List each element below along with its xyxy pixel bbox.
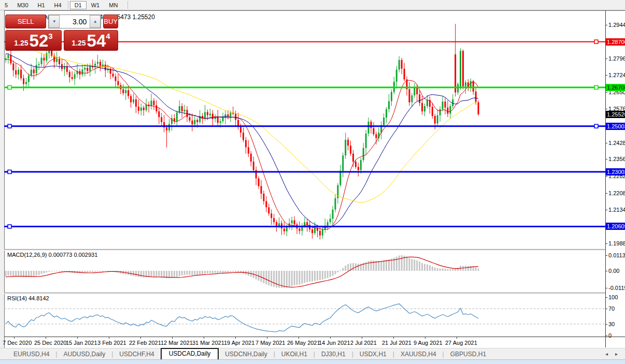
- date-axis-tick: [362, 337, 362, 339]
- chart-tab-usdcad[interactable]: USDCAD,Daily: [161, 348, 219, 360]
- price-axis-label: 1.21340: [608, 207, 625, 213]
- timeframe-button-h4[interactable]: H4: [50, 1, 66, 9]
- horizontal-line-1.267[interactable]: [4, 86, 605, 88]
- date-axis-tick: [14, 337, 15, 339]
- date-axis-tick: [77, 337, 78, 339]
- buy-quote-button[interactable]: 1.25 54 4: [64, 30, 118, 51]
- pane-separator-rsi[interactable]: [4, 293, 605, 294]
- chart-tab-xauusd[interactable]: XAUUSD,H4: [394, 349, 443, 360]
- sell-price-big: 52: [30, 32, 49, 49]
- date-axis-label: 22 Feb 2021: [129, 340, 161, 346]
- date-axis-label: 26 May 2021: [287, 340, 320, 346]
- timeframe-button-mn[interactable]: MN: [104, 1, 122, 9]
- rsi-axis-label: 30: [608, 321, 615, 328]
- chart-tab-dj30[interactable]: DJ30,H1: [315, 349, 352, 360]
- sell-quote-button[interactable]: 1.25 52 3: [5, 30, 62, 51]
- tab-scroll-controls: ◂ ▸: [605, 351, 625, 360]
- rsi-axis-tick: [605, 297, 607, 298]
- date-axis-label: 7 May 2021: [255, 340, 285, 346]
- pane-separator-macd[interactable]: [4, 249, 605, 251]
- date-axis-label: 27 Aug 2021: [445, 340, 477, 346]
- timeframe-button-w1[interactable]: W1: [87, 1, 105, 9]
- macd-axis-tick: [605, 271, 607, 271]
- price-axis-label: 1.27240: [608, 72, 625, 79]
- macd-axis-tick: [605, 255, 607, 256]
- macd-axis-label: 0.00: [608, 268, 619, 274]
- tab-scroll-right-icon[interactable]: ▸: [615, 351, 618, 357]
- rsi-axis-label: 70: [608, 305, 615, 312]
- rsi-axis-label: 100: [608, 294, 618, 301]
- chart-tab-bar: EURUSD,H4|AUDUSD,Daily|USDCHF,H4USDCAD,D…: [0, 348, 625, 360]
- horizontal-line-1.25003[interactable]: [4, 125, 605, 127]
- toolbar-separator: [68, 1, 68, 9]
- price-badge-1.23003: 1.23003: [606, 168, 625, 176]
- line-handle[interactable]: [8, 170, 11, 173]
- chart-tab-usdchf[interactable]: USDCHF,H4: [113, 349, 160, 360]
- price-axis-tick: [605, 176, 607, 177]
- date-axis-label: 31 Mar 2021: [192, 340, 224, 346]
- rsi-axis-tick: [605, 336, 607, 336]
- rsi-axis-label: 0: [608, 332, 612, 339]
- volume-value[interactable]: 3.00: [60, 15, 90, 28]
- macd-histogram: [5, 255, 479, 288]
- volume-decrease-button[interactable]: ▼: [49, 15, 60, 28]
- price-axis-label: 1.29440: [608, 22, 625, 28]
- line-handle[interactable]: [594, 85, 598, 89]
- chart-tab-eurusd[interactable]: EURUSD,H4: [7, 349, 55, 360]
- chart-tab-usdx[interactable]: USDX,H1: [353, 349, 393, 360]
- horizontal-line-1.20609[interactable]: [4, 226, 605, 227]
- chart-tab-gbpusd[interactable]: GBPUSD,H1: [444, 349, 492, 360]
- buy-button[interactable]: BUY: [103, 14, 118, 28]
- price-axis-label: 1.22080: [608, 190, 625, 197]
- volume-increase-button[interactable]: ▲: [90, 15, 101, 28]
- line-handle[interactable]: [594, 124, 598, 128]
- chart-tab-audusd[interactable]: AUDUSD,Daily: [57, 349, 111, 360]
- date-axis-tick: [299, 337, 299, 339]
- timeframe-toolbar: 5M30H1H4D1W1MN: [0, 0, 625, 10]
- line-handle[interactable]: [8, 124, 11, 128]
- date-axis-label: 21 Jul 2021: [382, 340, 411, 346]
- price-axis-tick: [605, 210, 607, 210]
- date-axis-label: 2 Jul 2021: [350, 340, 377, 346]
- date-axis-tick: [46, 337, 46, 339]
- timeframe-button-d1[interactable]: D1: [70, 1, 87, 9]
- rsi-line: [6, 304, 478, 332]
- horizontal-line-1.23003[interactable]: [4, 171, 605, 172]
- date-axis-tick: [425, 337, 425, 339]
- rsi-label: RSI(14) 44.8142: [7, 295, 49, 301]
- date-axis-tick: [140, 337, 141, 339]
- date-axis-label: 14 Jun 2021: [319, 340, 350, 346]
- date-axis-tick: [330, 337, 331, 339]
- tab-scroll-left-icon[interactable]: ◂: [605, 351, 608, 357]
- date-axis-label: 12 Mar 2021: [161, 340, 193, 346]
- price-axis-tick: [605, 25, 607, 25]
- line-handle[interactable]: [8, 85, 11, 89]
- date-axis-border: [4, 337, 625, 337]
- price-axis-tick: [605, 75, 607, 76]
- timeframe-button-m30[interactable]: M30: [12, 1, 33, 9]
- price-axis-tick: [605, 243, 607, 244]
- price-axis-tick: [605, 92, 607, 93]
- price-badge-1.26700: 1.26700: [606, 84, 625, 91]
- chart-tab-usdcnh[interactable]: USDCNH,Daily: [219, 349, 273, 360]
- price-badge-1.28700: 1.28700: [606, 38, 625, 46]
- sell-button[interactable]: SELL: [5, 14, 46, 28]
- date-axis-tick: [457, 337, 457, 339]
- timeframe-button-h1[interactable]: H1: [33, 1, 50, 9]
- date-axis-tick: [109, 337, 109, 339]
- date-axis-label: 9 Aug 2021: [414, 340, 443, 346]
- sell-price-sup: 3: [48, 32, 52, 40]
- date-axis-tick: [235, 337, 236, 339]
- chart-canvas[interactable]: [4, 10, 605, 337]
- price-axis-label: 1.24280: [608, 140, 625, 147]
- macd-axis-label: 0.01135: [608, 252, 625, 259]
- chart-tab-ukoil[interactable]: UKOil,H1: [275, 349, 314, 360]
- line-handle[interactable]: [8, 225, 11, 228]
- timeframe-button-5[interactable]: 5: [0, 1, 12, 9]
- buy-price-small: 1.25: [72, 39, 86, 47]
- macd-axis-tick: [605, 288, 607, 288]
- rsi-axis-tick: [605, 309, 607, 309]
- date-axis-tick: [393, 337, 394, 339]
- price-axis-label: 1.19880: [608, 240, 625, 247]
- line-handle[interactable]: [594, 40, 598, 43]
